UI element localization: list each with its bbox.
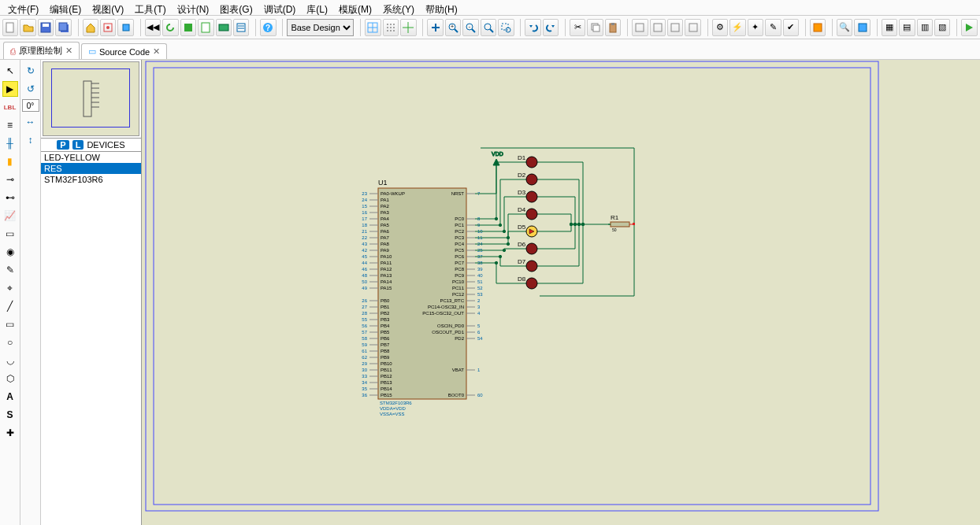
terminal-icon[interactable]: ⊸ xyxy=(2,172,18,187)
flip-h-icon[interactable]: ↔ xyxy=(23,114,39,130)
menu-edit[interactable]: 编辑(E) xyxy=(45,2,86,13)
rotate-ccw-icon[interactable]: ↺ xyxy=(23,81,39,97)
cut-icon[interactable]: ✂ xyxy=(570,19,585,36)
align3-icon[interactable]: ▥ xyxy=(917,19,933,36)
zoom-out-icon[interactable]: - xyxy=(462,19,478,36)
device-item-selected[interactable]: RES xyxy=(41,163,141,174)
block-rotate-icon[interactable] xyxy=(667,19,683,36)
rotate-cw-icon[interactable]: ↻ xyxy=(23,63,39,79)
subcircuit-icon[interactable]: ▮ xyxy=(2,153,18,169)
menu-library[interactable]: 库(L) xyxy=(302,2,332,13)
help-icon[interactable]: ? xyxy=(260,19,276,36)
menu-debug[interactable]: 调试(D) xyxy=(259,2,301,13)
library-button[interactable]: L xyxy=(72,140,84,150)
board-icon[interactable] xyxy=(216,19,232,36)
copy-icon[interactable] xyxy=(587,19,603,36)
zoom-fit-icon[interactable] xyxy=(481,19,496,36)
menu-chart[interactable]: 图表(G) xyxy=(215,2,257,13)
menu-view[interactable]: 视图(V) xyxy=(87,2,128,13)
pan-icon[interactable] xyxy=(427,19,443,36)
flip-v-icon[interactable]: ↕ xyxy=(23,132,39,148)
mcu-component[interactable]: U1 23PA0-WKUP24PA115PA216PA317PA418PA521… xyxy=(362,179,483,416)
filter-icon[interactable] xyxy=(854,19,870,36)
rect-icon[interactable]: ▭ xyxy=(2,316,18,332)
tool4-icon[interactable]: ✎ xyxy=(765,19,781,36)
home-icon[interactable] xyxy=(83,19,98,36)
list-icon[interactable] xyxy=(233,19,249,36)
package-icon[interactable] xyxy=(117,19,133,36)
run-icon[interactable] xyxy=(961,19,977,36)
align2-icon[interactable]: ▤ xyxy=(899,19,915,36)
tape-icon[interactable]: ▭ xyxy=(2,226,18,242)
generator-icon[interactable]: ◉ xyxy=(2,244,18,260)
bus-mode-icon[interactable]: ╫ xyxy=(2,135,18,151)
tab-source[interactable]: ▭ Source Code ✕ xyxy=(81,43,167,59)
block-delete-icon[interactable] xyxy=(685,19,700,36)
graph-icon[interactable]: 📈 xyxy=(2,208,18,224)
svg-text:PC7: PC7 xyxy=(455,261,464,265)
select-mode-icon[interactable]: ↖ xyxy=(2,63,18,79)
text2-icon[interactable]: A xyxy=(2,389,18,405)
block-move-icon[interactable] xyxy=(650,19,666,36)
label-mode-icon[interactable]: LBL xyxy=(2,99,18,115)
block-copy-icon[interactable] xyxy=(632,19,648,36)
menu-template[interactable]: 模版(M) xyxy=(334,2,377,13)
text-script-icon[interactable]: ≡ xyxy=(2,117,18,133)
device-item[interactable]: STM32F103R6 xyxy=(41,174,141,185)
refresh-icon[interactable] xyxy=(162,19,178,36)
zoom-area-icon[interactable] xyxy=(498,19,514,36)
tool5-icon[interactable]: ✔ xyxy=(783,19,799,36)
devices-list[interactable]: LED-YELLOW RES STM32F103R6 xyxy=(41,152,141,525)
close-tab-icon[interactable]: ✕ xyxy=(153,46,160,57)
paste-icon[interactable] xyxy=(605,19,621,36)
component-mode-icon[interactable]: ▶ xyxy=(2,81,18,97)
close-tab-icon[interactable]: ✕ xyxy=(65,46,72,56)
tab-schematic[interactable]: ⎙ 原理图绘制 ✕ xyxy=(3,42,80,59)
arc-icon[interactable]: ◡ xyxy=(2,353,18,368)
svg-text:PB8: PB8 xyxy=(380,349,390,353)
zoom-in-icon[interactable]: + xyxy=(445,19,461,36)
svg-line-33 xyxy=(455,29,458,32)
line-icon[interactable]: ╱ xyxy=(2,298,18,314)
pin-icon[interactable]: ⊷ xyxy=(2,190,18,205)
grid-dots-icon[interactable] xyxy=(383,19,399,36)
prev-icon[interactable]: ◀◀ xyxy=(145,19,161,36)
menu-design[interactable]: 设计(N) xyxy=(173,2,214,13)
tool3-icon[interactable]: ✦ xyxy=(748,19,763,36)
path-icon[interactable]: ⬡ xyxy=(2,371,18,386)
menu-help[interactable]: 帮助(H) xyxy=(421,2,462,13)
open-file-icon[interactable] xyxy=(20,19,35,36)
probe-icon[interactable]: ✎ xyxy=(2,262,18,278)
save-all-icon[interactable] xyxy=(55,19,71,36)
svg-rect-49 xyxy=(689,24,697,31)
pick-device-button[interactable]: P xyxy=(57,140,69,150)
menu-system[interactable]: 系统(Y) xyxy=(378,2,419,13)
schematic-canvas[interactable]: U1 23PA0-WKUP24PA115PA216PA317PA418PA521… xyxy=(142,60,980,525)
layers-icon[interactable] xyxy=(810,19,826,36)
sheet-icon[interactable] xyxy=(198,19,213,36)
new-file-icon[interactable] xyxy=(2,19,18,36)
tool2-icon[interactable]: ⚡ xyxy=(729,19,745,36)
find-icon[interactable]: 🔍 xyxy=(837,19,852,36)
redo-icon[interactable] xyxy=(543,19,559,36)
apply-icon[interactable] xyxy=(180,19,196,36)
undo-icon[interactable] xyxy=(525,19,540,36)
origin-icon[interactable] xyxy=(400,19,416,36)
align4-icon[interactable]: ▧ xyxy=(934,19,950,36)
menu-tool[interactable]: 工具(T) xyxy=(130,2,170,13)
svg-point-242 xyxy=(507,236,509,238)
device-item[interactable]: LED-YELLOW xyxy=(41,152,141,163)
loader-icon[interactable] xyxy=(100,19,116,36)
symbol-icon[interactable]: S xyxy=(2,407,18,423)
menu-file[interactable]: 文件(F) xyxy=(3,2,43,13)
circle-icon[interactable]: ○ xyxy=(2,335,18,350)
tool1-icon[interactable]: ⚙ xyxy=(712,19,728,36)
instrument-icon[interactable]: ⌖ xyxy=(2,280,18,296)
svg-text:33: 33 xyxy=(362,374,367,379)
design-mode-select[interactable]: Base Design xyxy=(287,19,354,36)
align1-icon[interactable]: ▦ xyxy=(882,19,897,36)
grid-snap-icon[interactable] xyxy=(365,19,380,36)
save-icon[interactable] xyxy=(38,19,54,36)
plus-icon[interactable]: ✚ xyxy=(2,425,18,441)
svg-point-240 xyxy=(503,230,505,232)
